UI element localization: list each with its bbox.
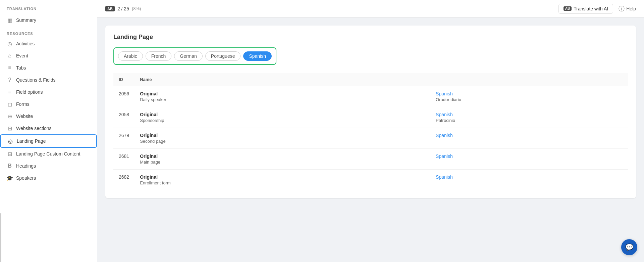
- translation-value: Orador diario: [436, 97, 623, 102]
- cell-translation: Spanish: [430, 170, 628, 190]
- lang-tab-german[interactable]: German: [174, 51, 203, 61]
- sidebar-item-label: Speakers: [16, 175, 36, 181]
- cell-id: 2056: [113, 86, 135, 107]
- app-title: TRANSLATION: [0, 0, 97, 14]
- sidebar-item-landing-page[interactable]: ◎ Landing Page: [0, 134, 97, 148]
- scrollbar-thumb[interactable]: [0, 213, 1, 262]
- translate-ai-badge: AB: [564, 6, 572, 11]
- sidebar-item-label: Website sections: [16, 126, 52, 131]
- table-row: 2681 Original Main page Spanish: [113, 149, 628, 170]
- field-options-icon: ≡: [7, 89, 13, 95]
- spanish-link[interactable]: Spanish: [436, 112, 623, 117]
- translate-ai-label: Translate with AI: [574, 6, 608, 11]
- sidebar-item-landing-page-custom[interactable]: ⊞ Landing Page Custom Content: [0, 148, 97, 160]
- spanish-link[interactable]: Spanish: [436, 133, 623, 138]
- original-value: Second page: [140, 139, 425, 144]
- help-label: Help: [626, 6, 636, 11]
- sidebar-item-event[interactable]: ⌂ Event: [0, 50, 97, 62]
- sidebar-item-label: Field options: [16, 89, 43, 95]
- cell-name: Original Daily speaker: [135, 86, 430, 107]
- sidebar-item-tabs[interactable]: ≡ Tabs: [0, 62, 97, 74]
- original-value: Daily speaker: [140, 97, 425, 102]
- questions-icon: ?: [7, 77, 13, 83]
- table-row: 2056 Original Daily speaker Spanish Orad…: [113, 86, 628, 107]
- sidebar-item-speakers[interactable]: 🎓 Speakers: [0, 172, 97, 184]
- activities-icon: ◷: [7, 41, 13, 47]
- lang-tab-french[interactable]: French: [146, 51, 172, 61]
- cell-name: Original Sponsorship: [135, 107, 430, 128]
- col-header-id: ID: [113, 73, 135, 86]
- header-right: AB Translate with AI ⓘ Help: [558, 4, 636, 14]
- sidebar-item-label: Landing Page Custom Content: [16, 151, 80, 157]
- cell-name: Original Enrollment form: [135, 170, 430, 190]
- header-bar: AB 2 / 25 (8%) AB Translate with AI ⓘ He…: [97, 0, 644, 17]
- sidebar-item-label: Headings: [16, 163, 36, 169]
- spanish-link[interactable]: Spanish: [436, 174, 623, 180]
- main-content: AB 2 / 25 (8%) AB Translate with AI ⓘ He…: [97, 0, 644, 262]
- header-left: AB 2 / 25 (8%): [105, 6, 141, 11]
- translation-badge: AB: [105, 6, 115, 11]
- table-row: 2679 Original Second page Spanish: [113, 128, 628, 149]
- lang-tab-arabic[interactable]: Arabic: [118, 51, 143, 61]
- cell-name: Original Second page: [135, 128, 430, 149]
- sidebar-item-activities[interactable]: ◷ Activities: [0, 38, 97, 50]
- sidebar-item-label: Questions & Fields: [16, 77, 56, 83]
- translate-ai-button[interactable]: AB Translate with AI: [558, 4, 613, 14]
- event-icon: ⌂: [7, 53, 13, 59]
- original-label: Original: [140, 174, 425, 180]
- landing-page-custom-icon: ⊞: [7, 151, 13, 157]
- website-sections-icon: ⊞: [7, 125, 13, 131]
- cell-id: 2682: [113, 170, 135, 190]
- sidebar-item-headings[interactable]: B Headings: [0, 160, 97, 172]
- translation-table: ID Name 2056 Original Daily speaker Span…: [113, 73, 628, 190]
- sidebar-item-field-options[interactable]: ≡ Field options: [0, 86, 97, 98]
- sidebar-item-label: Activities: [16, 41, 35, 46]
- sidebar-item-website-sections[interactable]: ⊞ Website sections: [0, 122, 97, 134]
- landing-page-card: Landing Page Arabic French German Portug…: [105, 26, 636, 198]
- forms-icon: ◻: [7, 101, 13, 107]
- translation-value: Patrocinio: [436, 118, 623, 123]
- sidebar: TRANSLATION ▦ Summary RESOURCES ◷ Activi…: [0, 0, 97, 262]
- sidebar-item-label: Landing Page: [17, 138, 46, 144]
- sidebar-item-forms[interactable]: ◻ Forms: [0, 98, 97, 110]
- sidebar-item-label: Website: [16, 114, 33, 119]
- table-row: 2682 Original Enrollment form Spanish: [113, 170, 628, 190]
- original-value: Sponsorship: [140, 118, 425, 123]
- language-tabs-wrapper: Arabic French German Portuguese Spanish: [113, 47, 276, 65]
- cell-translation: Spanish: [430, 149, 628, 170]
- cell-translation: Spanish Orador diario: [430, 86, 628, 107]
- table-row: 2058 Original Sponsorship Spanish Patroc…: [113, 107, 628, 128]
- badge-letters: AB: [107, 7, 113, 11]
- col-header-name: Name: [135, 73, 430, 86]
- sidebar-item-website[interactable]: ⊕ Website: [0, 110, 97, 122]
- original-label: Original: [140, 112, 425, 117]
- translation-pct: (8%): [132, 6, 141, 11]
- chart-icon: ▦: [7, 17, 13, 23]
- translation-count: 2 / 25: [117, 6, 129, 11]
- original-value: Enrollment form: [140, 180, 425, 185]
- spanish-link[interactable]: Spanish: [436, 91, 623, 96]
- original-value: Main page: [140, 160, 425, 165]
- help-button[interactable]: ⓘ Help: [619, 5, 636, 13]
- sidebar-item-label: Forms: [16, 101, 30, 107]
- sidebar-item-label: Event: [16, 53, 28, 58]
- landing-page-icon: ◎: [7, 138, 13, 144]
- lang-tab-spanish[interactable]: Spanish: [243, 51, 272, 61]
- cell-id: 2679: [113, 128, 135, 149]
- card-title: Landing Page: [113, 34, 628, 41]
- col-header-translation: [430, 73, 628, 86]
- original-label: Original: [140, 133, 425, 138]
- lang-tab-portuguese[interactable]: Portuguese: [205, 51, 241, 61]
- chat-button[interactable]: 💬: [621, 239, 637, 255]
- cell-translation: Spanish Patrocinio: [430, 107, 628, 128]
- cell-id: 2058: [113, 107, 135, 128]
- spanish-link[interactable]: Spanish: [436, 154, 623, 159]
- website-icon: ⊕: [7, 113, 13, 119]
- sidebar-item-label: Summary: [16, 17, 36, 23]
- sidebar-item-questions-fields[interactable]: ? Questions & Fields: [0, 74, 97, 86]
- headings-icon: B: [7, 163, 13, 169]
- sidebar-section-resources: RESOURCES: [0, 26, 97, 38]
- original-label: Original: [140, 91, 425, 96]
- speakers-icon: 🎓: [7, 175, 13, 181]
- sidebar-item-summary[interactable]: ▦ Summary: [0, 14, 97, 26]
